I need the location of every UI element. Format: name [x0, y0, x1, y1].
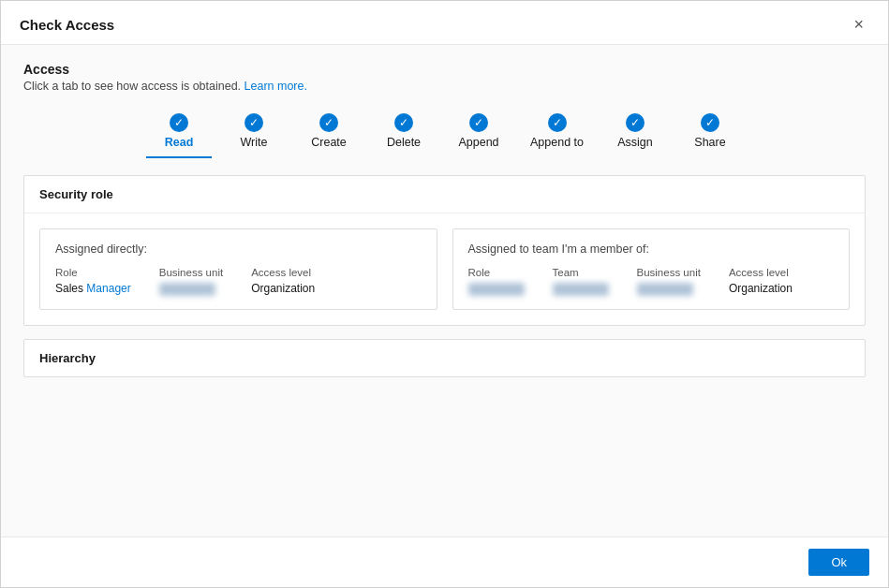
business-unit-blurred: [159, 283, 215, 296]
tab-append[interactable]: ✓ Append: [446, 110, 511, 158]
team-access-level-col: Access level Organization: [729, 267, 793, 296]
access-title: Access: [23, 62, 866, 77]
team-business-unit-col-value: [637, 282, 701, 296]
team-col: Team: [553, 267, 609, 296]
assigned-team-title: Assigned to team I'm a member of:: [468, 243, 835, 256]
security-role-body: Assigned directly: Role Sales Manager Bu…: [24, 213, 865, 325]
team-role-col: Role: [468, 267, 525, 296]
tab-append-icon: ✓: [469, 113, 488, 132]
assigned-panels: Assigned directly: Role Sales Manager Bu…: [39, 228, 850, 310]
team-access-level-col-header: Access level: [729, 267, 793, 278]
assigned-directly-box: Assigned directly: Role Sales Manager Bu…: [39, 228, 437, 310]
business-unit-col-value: [159, 282, 223, 296]
team-role-col-value: [468, 282, 525, 296]
role-manager-link[interactable]: Manager: [86, 282, 130, 295]
tabs-row: ✓ Read ✓ Write ✓ Create ✓ Delete ✓ Appen…: [23, 110, 866, 158]
check-access-dialog: Check Access × Access Click a tab to see…: [0, 0, 889, 588]
business-unit-col-header: Business unit: [159, 267, 223, 278]
tab-delete-icon: ✓: [394, 113, 413, 132]
hierarchy-panel: Hierarchy: [23, 339, 866, 377]
team-role-blurred: [468, 283, 525, 296]
team-role-col-header: Role: [468, 267, 525, 278]
tab-share-icon: ✓: [701, 113, 719, 132]
tab-append-to[interactable]: ✓ Append to: [521, 110, 593, 158]
tab-write[interactable]: ✓ Write: [221, 110, 287, 158]
role-col-header: Role: [55, 267, 131, 278]
team-col-header: Team: [553, 267, 609, 278]
tab-assign[interactable]: ✓ Assign: [602, 110, 668, 158]
role-col: Role Sales Manager: [55, 267, 131, 296]
tab-share[interactable]: ✓ Share: [677, 110, 743, 158]
tab-write-icon: ✓: [244, 113, 263, 132]
tab-create-label: Create: [311, 136, 347, 149]
tab-create[interactable]: ✓ Create: [296, 110, 362, 158]
hierarchy-header: Hierarchy: [24, 340, 865, 376]
team-business-unit-col-header: Business unit: [637, 267, 701, 278]
team-access-level-col-value: Organization: [729, 282, 793, 295]
tab-append-to-label: Append to: [530, 136, 584, 149]
tab-delete[interactable]: ✓ Delete: [371, 110, 437, 158]
close-button[interactable]: ×: [848, 14, 869, 35]
access-heading: Access Click a tab to see how access is …: [23, 62, 866, 93]
ok-button[interactable]: Ok: [808, 549, 869, 576]
dialog-body: Access Click a tab to see how access is …: [1, 45, 888, 537]
tab-read-label: Read: [165, 136, 194, 149]
access-level-col-value: Organization: [251, 282, 315, 295]
access-level-col: Access level Organization: [251, 267, 315, 296]
tab-create-icon: ✓: [319, 113, 338, 132]
tab-append-label: Append: [458, 136, 498, 149]
assigned-team-box: Assigned to team I'm a member of: Role T…: [452, 228, 851, 310]
access-description: Click a tab to see how access is obtaine…: [23, 80, 866, 93]
tab-delete-label: Delete: [387, 136, 421, 149]
business-unit-col: Business unit: [159, 267, 223, 296]
assigned-team-table: Role Team: [468, 267, 835, 296]
tab-write-label: Write: [241, 136, 268, 149]
security-role-panel: Security role Assigned directly: Role Sa…: [23, 175, 866, 326]
assigned-directly-title: Assigned directly:: [55, 243, 422, 256]
role-col-value: Sales Manager: [55, 282, 131, 295]
dialog-header: Check Access ×: [1, 1, 888, 45]
security-role-header: Security role: [24, 176, 865, 213]
team-business-unit-col: Business unit: [637, 267, 701, 296]
tab-assign-label: Assign: [617, 136, 653, 149]
team-blurred: [553, 283, 609, 296]
learn-more-link[interactable]: Learn more.: [244, 80, 307, 93]
tab-assign-icon: ✓: [626, 113, 645, 132]
tab-share-label: Share: [694, 136, 725, 149]
assigned-directly-table: Role Sales Manager Business unit: [55, 267, 422, 296]
team-col-value: [553, 282, 609, 296]
dialog-footer: Ok: [1, 537, 888, 587]
team-business-unit-blurred: [637, 283, 693, 296]
tab-read-icon: ✓: [170, 113, 188, 132]
dialog-title: Check Access: [20, 17, 114, 33]
access-level-col-header: Access level: [251, 267, 315, 278]
tab-read[interactable]: ✓ Read: [146, 110, 212, 158]
tab-append-to-icon: ✓: [548, 113, 567, 132]
